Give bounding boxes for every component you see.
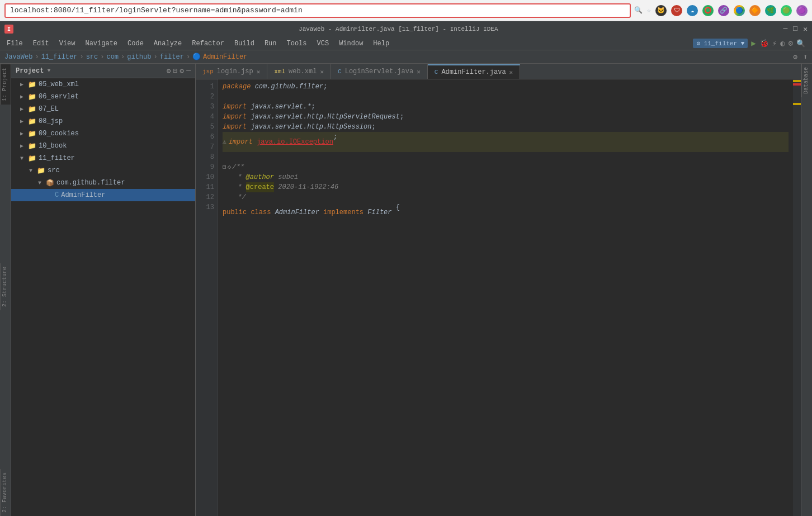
tab-loginservlet[interactable]: C LoginServlet.java ✕ xyxy=(331,64,428,79)
menu-run[interactable]: Run xyxy=(260,39,281,49)
tab-web-xml[interactable]: xml web.xml ✕ xyxy=(267,64,331,79)
tab-close[interactable]: ✕ xyxy=(417,68,421,75)
tree-item-06[interactable]: ▶ 📁 06_servlet xyxy=(11,91,195,103)
coverage-button[interactable]: ⚡ xyxy=(772,39,777,48)
search-everywhere[interactable]: 🔍 xyxy=(796,39,805,48)
breadcrumb-com[interactable]: com xyxy=(106,53,119,61)
project-dropdown[interactable]: ▼ xyxy=(47,68,50,74)
menu-help[interactable]: Help xyxy=(369,39,394,49)
database-tab[interactable]: Database xyxy=(801,64,812,97)
menu-analyze[interactable]: Analyze xyxy=(149,39,186,49)
ext-icon-4[interactable]: ⭕ xyxy=(702,5,714,16)
menu-navigate[interactable]: Navigate xyxy=(81,39,122,49)
url-text: localhost:8080/11_filter/loginServlet?us… xyxy=(10,6,303,15)
project-tab[interactable]: 1: Project xyxy=(0,64,11,105)
run-config[interactable]: ⚙ 11_filter ▼ xyxy=(693,39,748,48)
minimize-button[interactable]: — xyxy=(783,25,788,34)
menu-edit[interactable]: Edit xyxy=(29,39,54,49)
editor-area: jsp login.jsp ✕ xml web.xml ✕ C LoginSer… xyxy=(196,64,801,516)
tree-item-11[interactable]: ▼ 📁 11_filter xyxy=(11,152,195,164)
search-icon[interactable]: 🔍 xyxy=(634,6,643,15)
tab-adminfilter[interactable]: C AdminFilter.java ✕ xyxy=(428,64,520,79)
breadcrumb-src[interactable]: src xyxy=(86,53,98,61)
collapse-icon[interactable]: ⊟ xyxy=(173,67,178,75)
tab-icon: C xyxy=(435,69,438,75)
title-left: I xyxy=(4,25,13,34)
breadcrumb-icon: 🔵 xyxy=(192,53,201,61)
profile-button[interactable]: ◐ xyxy=(780,39,785,48)
tree-item-08[interactable]: ▶ 📁 08_jsp xyxy=(11,115,195,127)
tree-item-src[interactable]: ▼ 📁 src xyxy=(11,164,195,177)
package-icon: 📦 xyxy=(46,179,54,187)
breadcrumb-filter[interactable]: filter xyxy=(160,53,184,61)
sync-icon[interactable]: ⚙ xyxy=(167,67,171,75)
breadcrumb-11filter[interactable]: 11_filter xyxy=(41,53,78,61)
tab-login-jsp[interactable]: jsp login.jsp ✕ xyxy=(196,64,267,79)
address-bar[interactable]: localhost:8080/11_filter/loginServlet?us… xyxy=(4,3,631,18)
window-controls: — □ ✕ xyxy=(783,25,808,34)
tree-item-10[interactable]: ▶ 📁 10_book xyxy=(11,140,195,152)
expand-icon[interactable]: ⬆ xyxy=(803,53,808,61)
folder-icon: 📁 xyxy=(37,167,45,175)
close-button[interactable]: ✕ xyxy=(803,25,808,34)
menu-view[interactable]: View xyxy=(55,39,80,49)
editor-tabs: jsp login.jsp ✕ xml web.xml ✕ C LoginSer… xyxy=(196,64,801,79)
ext-icon-3[interactable]: ☁ xyxy=(687,5,698,16)
debug-button[interactable]: 🐞 xyxy=(759,39,769,48)
tree-label: com.github.filter xyxy=(56,179,125,187)
tab-label: web.xml xyxy=(289,68,317,75)
favorites-tab[interactable]: 2: Favorites xyxy=(0,469,11,516)
code-line-11: */ xyxy=(223,192,789,202)
folder-icon: 📁 xyxy=(28,93,36,101)
tree-label: 05_web_xml xyxy=(39,81,79,88)
tree-item-adminfilter[interactable]: ▶ C AdminFilter xyxy=(11,189,195,201)
run-button[interactable]: ▶ xyxy=(751,39,756,48)
ext-icon-8[interactable]: 🟢 xyxy=(781,5,792,16)
code-line-4: import javax.servlet.http.HttpServletReq… xyxy=(223,112,789,122)
ext-icon-7[interactable]: 🌿 xyxy=(765,5,776,16)
bookmark-icon[interactable]: ☆ xyxy=(647,6,651,15)
menu-vcs[interactable]: VCS xyxy=(313,39,334,49)
tree-item-05[interactable]: ▶ 📁 05_web_xml xyxy=(11,78,195,91)
ext-icon-1[interactable]: 🐱 xyxy=(655,5,667,16)
menu-file[interactable]: File xyxy=(2,39,27,49)
breadcrumb-github[interactable]: github xyxy=(127,53,151,61)
code-line-6: ⚠ import java.io.IOException; xyxy=(223,132,789,152)
code-line-9: * @author subei xyxy=(223,172,789,182)
menu-tools[interactable]: Tools xyxy=(282,39,311,49)
maximize-button[interactable]: □ xyxy=(793,25,797,34)
tree-item-07[interactable]: ▶ 📁 07_EL xyxy=(11,103,195,115)
menu-build[interactable]: Build xyxy=(230,39,259,49)
ext-icon-2[interactable]: 🛡 xyxy=(671,5,682,16)
tab-label: login.jsp xyxy=(217,68,253,75)
tree-label: AdminFilter xyxy=(61,191,105,199)
tree-label: 08_jsp xyxy=(39,117,63,125)
settings-button[interactable]: ⚙ xyxy=(789,39,793,48)
chrome-icon[interactable]: 🔵 xyxy=(734,5,745,16)
browser-icons: 🔍 ☆ 🐱 🛡 ☁ ⭕ 🔗 🔵 🔶 🌿 🟢 🟣 xyxy=(634,5,808,16)
menu-window[interactable]: Window xyxy=(334,39,367,49)
ext-icon-6[interactable]: 🔶 xyxy=(749,5,761,16)
breadcrumb-javaweb[interactable]: JavaWeb xyxy=(4,53,32,61)
structure-tab[interactable]: 2: Structure xyxy=(0,263,11,310)
tab-icon: C xyxy=(338,68,342,75)
ext-icon-9[interactable]: 🟣 xyxy=(796,5,808,16)
class-icon: C xyxy=(55,191,59,199)
tree-item-package[interactable]: ▼ 📦 com.github.filter xyxy=(11,177,195,189)
code-line-12: public class AdminFilter implements Filt… xyxy=(223,202,789,223)
menu-refactor[interactable]: Refactor xyxy=(187,39,229,49)
menu-code[interactable]: Code xyxy=(123,39,148,49)
tab-close[interactable]: ✕ xyxy=(320,68,324,75)
title-bar: I JavaWeb - AdminFilter.java [11_filter]… xyxy=(0,21,812,37)
tab-close[interactable]: ✕ xyxy=(509,69,513,76)
code-content[interactable]: package com.github.filter; import javax.… xyxy=(218,79,793,516)
structure-icon[interactable]: ⚙ xyxy=(793,53,797,61)
tab-close[interactable]: ✕ xyxy=(257,68,261,75)
breadcrumb-adminfilter[interactable]: AdminFilter xyxy=(203,53,247,61)
ext-icon-5[interactable]: 🔗 xyxy=(718,5,729,16)
code-editor: 12345 678910 111213 package com.github.f… xyxy=(196,79,801,516)
close-icon[interactable]: — xyxy=(186,67,191,75)
tree-item-09[interactable]: ▶ 📁 09_cookies xyxy=(11,127,195,140)
settings-icon[interactable]: ⚙ xyxy=(180,67,184,75)
project-label: Project xyxy=(16,67,44,75)
